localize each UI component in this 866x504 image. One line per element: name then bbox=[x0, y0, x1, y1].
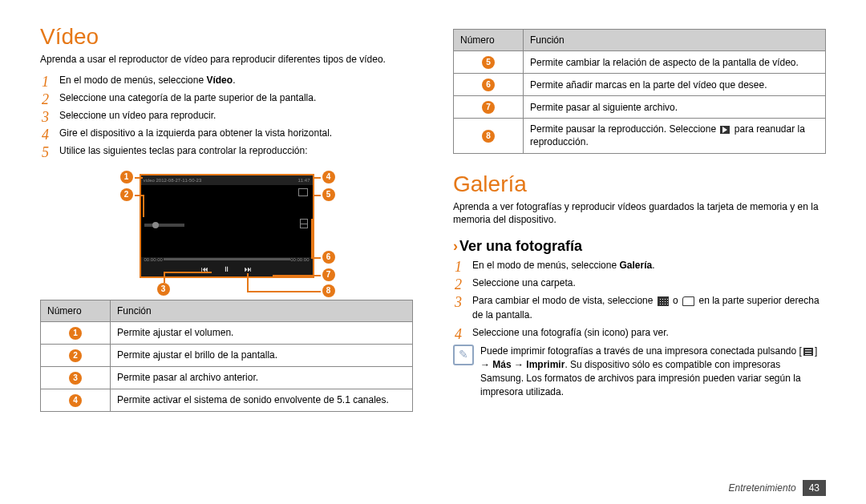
callout-1: 1 bbox=[120, 171, 133, 183]
col-number: Número bbox=[454, 30, 524, 51]
callout-8: 8 bbox=[322, 284, 335, 297]
time-elapsed: 00:00:00 bbox=[144, 257, 163, 262]
callout-3: 3 bbox=[157, 283, 170, 296]
folder-view-icon bbox=[682, 296, 694, 306]
aspect-ratio-icon bbox=[298, 188, 308, 196]
print-note: ✎ Puede imprimir fotografías a través de… bbox=[453, 345, 826, 398]
heading-gallery: Galería bbox=[453, 171, 826, 197]
table-row: 7Permite pasar al siguiente archivo. bbox=[454, 96, 826, 119]
step-5: 5Utilice las siguientes teclas para cont… bbox=[40, 143, 413, 158]
note-icon: ✎ bbox=[453, 345, 474, 365]
left-column: Vídeo Aprenda a usar el reproductor de v… bbox=[40, 24, 413, 464]
video-filename: video 2012-08-27-11-50-23 bbox=[144, 175, 202, 185]
step-4: 4Gire el dispositivo a la izquierda para… bbox=[40, 126, 413, 140]
table-row: 8 Permite pausar la reproducción. Selecc… bbox=[454, 119, 826, 153]
next-icon: ⏭ bbox=[245, 265, 252, 273]
page-number: 43 bbox=[803, 480, 826, 496]
video-steps: 1En el modo de menús, seleccione Vídeo. … bbox=[40, 73, 413, 158]
table-row: 5Permite cambiar la relación de aspecto … bbox=[454, 51, 826, 74]
chevron-icon: › bbox=[453, 238, 458, 254]
time-total: 00:00:00 bbox=[290, 257, 309, 262]
callout-4: 4 bbox=[322, 171, 335, 183]
heading-video: Vídeo bbox=[40, 24, 413, 50]
table-row: 6Permite añadir marcas en la parte del v… bbox=[454, 74, 826, 96]
gallery-steps: 1En el modo de menús, seleccione Galería… bbox=[453, 258, 826, 340]
section-name: Entretenimiento bbox=[729, 482, 796, 494]
play-icon bbox=[720, 126, 730, 134]
step-4: 4Seleccione una fotografía (sin icono) p… bbox=[453, 325, 826, 340]
step-3: 3Para cambiar el modo de vista, seleccio… bbox=[453, 293, 826, 322]
callout-5: 5 bbox=[322, 188, 335, 201]
page-footer: Entretenimiento 43 bbox=[729, 480, 826, 496]
video-player-screen: video 2012-08-27-11-50-23 11:47 00:00:00… bbox=[140, 174, 314, 278]
step-1: 1En el modo de menús, seleccione Vídeo. bbox=[40, 73, 413, 87]
grid-view-icon bbox=[658, 296, 669, 306]
function-table-left: Número Función 1Permite ajustar el volum… bbox=[40, 300, 413, 412]
step-1: 1En el modo de menús, seleccione Galería… bbox=[453, 258, 826, 272]
gallery-intro: Aprenda a ver fotografías y reproducir v… bbox=[453, 200, 826, 228]
table-row: 4Permite activar el sistema de sonido en… bbox=[41, 389, 413, 411]
menu-icon bbox=[803, 348, 813, 356]
col-function: Función bbox=[111, 300, 413, 321]
status-clock: 11:47 bbox=[297, 175, 310, 185]
callout-7: 7 bbox=[322, 268, 335, 281]
brightness-slider bbox=[144, 224, 184, 227]
callout-6: 6 bbox=[322, 251, 335, 264]
pause-icon: ⏸ bbox=[223, 265, 230, 273]
step-2: 2Seleccione una categoría de la parte su… bbox=[40, 91, 413, 105]
col-number: Número bbox=[41, 300, 111, 321]
step-2: 2Seleccione una carpeta. bbox=[453, 276, 826, 290]
video-player-figure: video 2012-08-27-11-50-23 11:47 00:00:00… bbox=[111, 163, 343, 291]
step-3: 3Seleccione un vídeo para reproducir. bbox=[40, 108, 413, 123]
table-row: 3Permite pasar al archivo anterior. bbox=[41, 366, 413, 389]
video-intro: Aprenda a usar el reproductor de vídeo p… bbox=[40, 53, 413, 67]
subheading-view-photo: ›Ver una fotografía bbox=[453, 238, 826, 255]
right-column: Número Función 5Permite cambiar la relac… bbox=[453, 24, 826, 464]
table-row: 1Permite ajustar el volumen. bbox=[41, 321, 413, 344]
function-table-right: Número Función 5Permite cambiar la relac… bbox=[453, 29, 826, 154]
col-function: Función bbox=[524, 30, 826, 51]
bookmark-icon bbox=[300, 219, 308, 228]
table-row: 2Permite ajustar el brillo de la pantall… bbox=[41, 344, 413, 366]
progress-bar bbox=[164, 258, 290, 260]
callout-2: 2 bbox=[120, 188, 133, 201]
